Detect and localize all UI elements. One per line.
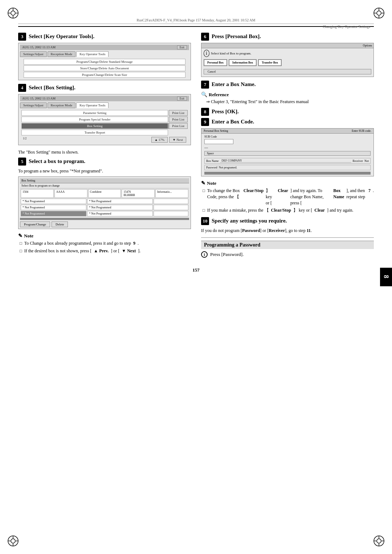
step3-num: 3 [18,33,26,41]
right-column: 6 Press [Personal Box]. Options i Select… [201,33,374,260]
cancel-btn[interactable]: Cancel [204,69,371,74]
sub-step-1-text: Press [Password]. [210,252,244,257]
sub-header-left: Personal Box Setting [204,129,228,133]
transfer-box-btn[interactable]: Transfer Box [258,59,282,66]
tab-settings-adjust[interactable]: Settings/Adjust [20,51,47,57]
menu-item-1[interactable]: Program/Change/Delete Standard Message [24,59,185,65]
password-heading: Programming a Password [201,241,374,249]
pb-btn-row: Personal Box Information Box Transfer Bo… [204,59,371,66]
step3-text: Select [Key Operator Tools]. [29,33,94,40]
note-item-5-1: To Change a box already programmed, pres… [18,240,191,247]
step3-heading: 3 Select [Key Operator Tools]. [18,33,191,41]
box-not-prog-5[interactable]: * Not Programmed [21,211,86,216]
svg-point-19 [377,539,381,543]
step4-tabs: Settings/Adjust Reception Mode Key Opera… [20,102,189,108]
receiver-val: Not [364,159,369,163]
section-divider [201,237,374,238]
box-not-prog-1[interactable]: * Not Programmed [21,199,86,204]
step5-text: Select a box to program. [29,158,85,164]
reference-icon: 🔍 [201,91,207,98]
box-not-prog-6[interactable]: * Not Programmed [87,211,153,216]
tab-reception-mode[interactable]: Reception Mode [48,51,76,57]
box-empty-2 [154,205,188,210]
sub-code-label: SUB Code [204,135,371,138]
box-cell-type: Confident [88,189,121,198]
sub-code-input[interactable] [204,139,233,144]
pb-cancel-row: Cancel [204,68,371,75]
step4-exit-btn[interactable]: Exit [177,97,187,101]
corner-decoration-br [372,534,385,547]
tab-key-operator-tools[interactable]: Key Operator Tools [76,51,109,57]
box-row-4: * Not Programmed * Not Programmed [21,211,188,216]
password-label: Password [206,166,217,169]
svg-point-1 [11,11,15,15]
step7-text: Enter a Box Name. [212,81,256,87]
box-empty-3 [154,211,188,216]
tab-key-operator-tools-4[interactable]: Key Operator Tools [76,102,109,108]
box-cell-code: 15476BLBBBB [122,189,155,198]
page-number: 157 [18,267,374,273]
menu-item-2[interactable]: Store/Change/Delete Auto Document [24,65,185,71]
delete-btn[interactable]: Delete [52,221,68,227]
next-btn[interactable]: ▼ Next [169,137,186,143]
prog-special-sender[interactable]: Program Special Sender [21,117,168,122]
step5-screen-title: Box Setting [20,178,189,183]
step4-menu-rows: Parameter Setting Print List Program Spe… [20,109,189,143]
sub-dash: — [204,146,371,150]
sub-body: SUB Code — Space Box Name DEF COMPANY Re… [201,134,373,176]
tab-settings-adjust-4[interactable]: Settings/Adjust [20,102,47,108]
svg-point-7 [377,11,381,15]
box-row-2: * Not Programmed * Not Programmed [21,199,188,204]
top-rule [18,26,374,27]
step10-num: 10 [201,217,209,225]
box-name-label: Box Name [206,159,219,163]
step5-scrollbar[interactable] [20,218,189,220]
step6-screen: Options i Select kind of Box to program.… [201,43,374,77]
box-not-prog-2[interactable]: * Not Programmed [87,199,153,204]
receiver-label: Receiver [353,159,363,163]
param-setting[interactable]: Parameter Setting [21,110,168,116]
box-not-prog-3[interactable]: * Not Programmed [21,205,86,210]
step7-num: 7 [201,81,209,89]
box-empty-1 [154,199,188,204]
sub-step-1: 1 Press [Password]. [201,251,374,258]
step8-num: 8 [201,108,209,116]
note-icon-9: ✎ [201,180,205,186]
note-heading-5: ✎ Note [18,233,191,239]
personal-box-btn[interactable]: Personal Box [204,59,227,66]
password-row: Password Not programed. [204,165,371,170]
reference-label: Reference [209,92,229,98]
step9-num: 9 [201,118,209,126]
sub-space-btn[interactable]: Space [204,151,371,156]
box-not-prog-4[interactable]: * Not Programmed [87,205,153,210]
tab-reception-mode-4[interactable]: Reception Mode [48,102,76,108]
step3-exit-btn[interactable]: Exit [177,45,187,49]
header-bar: RusC2FaxADEN-F_V4_FM.book Page 157 Monda… [18,18,374,24]
box-cell-info: Informatio... [155,189,188,198]
step4-screen: AUG 15, 2002 11:13 AM Exit Settings/Adju… [18,94,191,145]
box-row-3: * Not Programmed * Not Programmed [21,205,188,210]
prog-change-btn[interactable]: Program/Change [20,221,50,227]
main-content: 3 Select [Key Operator Tools]. AUG 15, 2… [18,33,374,260]
note-item-9-1: To change the Box Code, press the 【Clear… [201,188,374,206]
sub-header-right: Enter SUB code. [352,129,371,133]
menu-item-3[interactable]: Program/Change/Delete Scan Size [24,72,185,78]
step8-text: Press [OK]. [212,109,239,115]
information-box-btn[interactable]: Information Box [229,59,257,66]
prev-btn[interactable]: ▲ 17% [151,137,168,143]
page-wrapper: RusC2FaxADEN-F_V4_FM.book Page 157 Monda… [0,0,392,554]
prog-print-list[interactable]: Print List [169,117,188,122]
param-print-list[interactable]: Print List [169,110,188,116]
sub-header: Personal Box Setting Enter SUB code. [201,129,373,134]
note-label-9: Note [207,180,216,186]
step5-subtitle: Select Box to program or change [20,183,189,188]
corner-decoration-tr [372,7,385,20]
box-name-val: DEF COMPANY [220,159,351,163]
svg-point-13 [11,539,15,543]
pb-body: i Select kind of Box to program. Persona… [201,48,373,77]
box-setting-item[interactable]: Box Setting [21,123,168,129]
transfer-report[interactable]: Transfer Report [21,130,168,135]
info-icon: i [204,50,209,57]
box-print-list[interactable]: Print List [169,123,188,129]
corner-decoration-bl [7,534,20,547]
